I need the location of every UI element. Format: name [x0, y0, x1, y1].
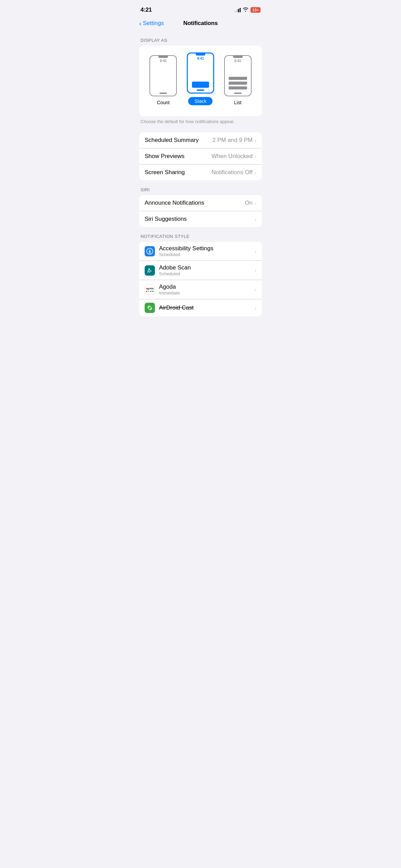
chevron-icon: › — [255, 216, 256, 222]
page-title: Notifications — [183, 20, 218, 27]
stack-bar — [192, 82, 209, 88]
announce-notifications-right: On › — [245, 200, 256, 206]
display-option-count[interactable]: 9:41 Count — [149, 55, 177, 105]
phone-time-stack: 9:41 — [197, 57, 204, 60]
phone-notch — [158, 56, 168, 58]
svg-line-5 — [150, 252, 150, 253]
status-icons: 13+ — [234, 7, 260, 13]
phone-home-list — [234, 93, 242, 94]
list-label: List — [234, 100, 242, 105]
app-row-adobe[interactable]: Adobe Scan Scheduled › — [139, 261, 262, 280]
notification-style-card: Accessibility Settings Scheduled › Adobe… — [139, 242, 262, 316]
screen-sharing-right: Notifications Off › — [211, 169, 256, 176]
announce-notifications-row[interactable]: Announce Notifications On › — [139, 195, 262, 211]
stack-phone-mockup: 9:41 — [187, 52, 214, 94]
chevron-icon: › — [255, 287, 256, 292]
accessibility-name: Accessibility Settings — [159, 245, 255, 252]
display-as-label: DISPLAY AS — [134, 31, 267, 46]
count-label: Count — [157, 100, 170, 105]
scheduled-summary-value: 2 PM and 9 PM — [212, 137, 253, 144]
chevron-icon: › — [255, 248, 256, 254]
app-row-accessibility[interactable]: Accessibility Settings Scheduled › — [139, 242, 262, 261]
airdroid-name: AirDroid Cast — [159, 304, 255, 311]
agoda-subtitle: Immediate — [159, 290, 255, 296]
show-previews-value: When Unlocked — [211, 153, 253, 160]
accessibility-subtitle: Scheduled — [159, 252, 255, 257]
chevron-icon: › — [255, 154, 256, 159]
screen-sharing-row[interactable]: Screen Sharing Notifications Off › — [139, 165, 262, 180]
list-bars — [229, 77, 247, 89]
announce-notifications-value: On — [245, 200, 253, 206]
airdroid-icon — [145, 303, 155, 313]
siri-suggestions-right: › — [255, 216, 256, 222]
show-previews-row[interactable]: Show Previews When Unlocked › — [139, 148, 262, 165]
siri-suggestions-row[interactable]: Siri Suggestions › — [139, 211, 262, 227]
phone-notch-list — [233, 56, 243, 58]
show-previews-title: Show Previews — [145, 153, 184, 160]
agoda-icon: agoda — [145, 285, 155, 295]
adobe-name: Adobe Scan — [159, 264, 255, 271]
phone-home — [159, 93, 167, 94]
chevron-icon: › — [255, 137, 256, 143]
back-arrow-icon: ‹ — [139, 20, 142, 27]
phone-time-list: 9:41 — [234, 59, 241, 63]
display-hint: Choose the default for how notifications… — [134, 116, 267, 124]
accessibility-icon — [145, 246, 155, 256]
chevron-icon: › — [255, 170, 256, 176]
screen-sharing-title: Screen Sharing — [145, 169, 185, 176]
app-row-agoda[interactable]: agoda Agoda Immediate › — [139, 280, 262, 299]
phone-time-count: 9:41 — [160, 59, 167, 63]
siri-suggestions-title: Siri Suggestions — [145, 216, 187, 222]
agoda-info: Agoda Immediate — [159, 284, 255, 296]
svg-point-6 — [148, 306, 151, 309]
wifi-icon — [243, 7, 248, 13]
agoda-logo-text: agoda — [146, 287, 154, 290]
display-options: 9:41 Count 9:41 Stack 9:41 — [145, 52, 256, 105]
general-settings-card: Scheduled Summary 2 PM and 9 PM › Show P… — [139, 132, 262, 180]
back-button[interactable]: ‹ Settings — [139, 20, 164, 27]
phone-notch-stack — [196, 53, 205, 56]
stack-label: Stack — [188, 97, 212, 105]
count-phone-mockup: 9:41 — [149, 55, 177, 96]
list-phone-mockup: 9:41 — [224, 55, 252, 96]
signal-icon — [234, 8, 241, 12]
chevron-icon: › — [255, 267, 256, 273]
show-previews-right: When Unlocked › — [211, 153, 256, 160]
siri-label: SIRI — [134, 180, 267, 195]
scheduled-summary-title: Scheduled Summary — [145, 137, 199, 144]
svg-point-1 — [149, 249, 150, 250]
back-label: Settings — [143, 20, 164, 27]
agoda-dots — [146, 291, 154, 292]
phone-home-stack — [197, 89, 204, 91]
scheduled-summary-right: 2 PM and 9 PM › — [212, 137, 256, 144]
nav-bar: ‹ Settings Notifications — [134, 17, 267, 31]
display-as-card: 9:41 Count 9:41 Stack 9:41 — [139, 46, 262, 116]
announce-notifications-title: Announce Notifications — [145, 200, 204, 206]
notification-style-label: NOTIFICATION STYLE — [134, 227, 267, 242]
chevron-icon: › — [255, 200, 256, 206]
app-row-airdroid[interactable]: AirDroid Cast › — [139, 299, 262, 316]
display-option-list[interactable]: 9:41 List — [224, 55, 252, 105]
adobe-subtitle: Scheduled — [159, 271, 255, 276]
chevron-icon: › — [255, 305, 256, 311]
accessibility-info: Accessibility Settings Scheduled — [159, 245, 255, 257]
airdroid-info: AirDroid Cast — [159, 304, 255, 311]
status-time: 4:21 — [141, 7, 152, 13]
adobe-icon — [145, 265, 155, 276]
screen-sharing-value: Notifications Off — [211, 169, 253, 176]
adobe-info: Adobe Scan Scheduled — [159, 264, 255, 276]
siri-card: Announce Notifications On › Siri Suggest… — [139, 195, 262, 227]
display-option-stack[interactable]: 9:41 Stack — [187, 52, 214, 105]
status-bar: 4:21 13+ — [134, 0, 267, 17]
agoda-name: Agoda — [159, 284, 255, 290]
scheduled-summary-row[interactable]: Scheduled Summary 2 PM and 9 PM › — [139, 132, 262, 148]
battery-icon: 13+ — [251, 7, 260, 13]
